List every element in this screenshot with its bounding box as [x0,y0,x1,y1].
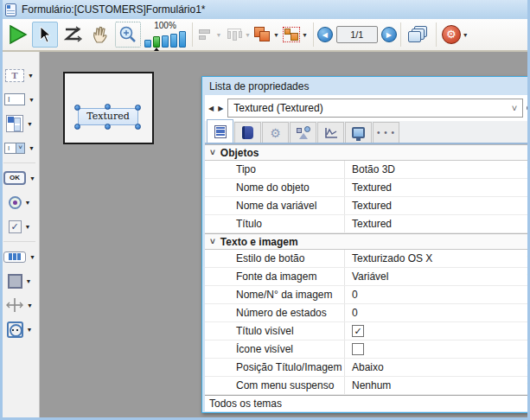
sidebar-item-radio-button[interactable]: ▼ [0,193,39,212]
chevron-down-icon[interactable]: ▼ [29,145,35,151]
property-row[interactable]: Nome/N° da imagem0 [205,286,530,304]
tab-properties-list[interactable] [207,119,233,143]
sidebar-item-rectangle[interactable]: ▼ [0,271,39,290]
level-dropdown-arrow[interactable]: ▼ [273,32,279,38]
settings-button[interactable]: ⚙ ▼ [441,22,469,48]
sidebar-item-combo-box[interactable]: I▼ [0,138,39,157]
pointer-tool-button[interactable] [32,22,58,48]
property-section-header[interactable]: ˅Texto e imagem [205,233,530,250]
form-page[interactable]: Textured [63,72,154,144]
chevron-down-icon[interactable]: ▼ [25,200,31,206]
object-selector-dropdown[interactable]: Textured (Textured) ˅ [227,99,523,118]
property-row[interactable]: Ícone visível [205,340,530,359]
sidebar-item-input[interactable]: I▼ [0,90,39,109]
property-value-dropdown[interactable]: Variável˅ [344,268,530,285]
property-value-checkbox[interactable]: ✓ [344,322,530,340]
property-row[interactable]: Fonte da imagemVariável˅ [205,268,530,286]
group-dropdown-arrow[interactable]: ▼ [302,32,308,38]
previous-page-button[interactable]: ◀ [317,27,333,42]
move-tool-button[interactable] [87,22,113,48]
property-row[interactable]: Título visível✓ [205,322,530,340]
form-pages-button[interactable] [405,22,431,48]
chevron-down-icon[interactable]: ▼ [29,175,35,181]
sidebar-item-list-box[interactable]: ▼ [0,114,39,133]
tab-display[interactable] [345,122,372,143]
property-row[interactable]: TipoBotão 3D˅ [205,161,530,179]
selection-handle[interactable] [135,105,141,111]
entry-order-tool-button[interactable] [60,22,86,48]
settings-dropdown-arrow[interactable]: ▼ [463,32,469,38]
selection-handle[interactable] [105,124,111,130]
sidebar-item-button-grid[interactable]: ▼ [0,247,39,266]
property-value-dropdown[interactable]: Texturizado OS X˅ [344,250,530,267]
form-canvas[interactable]: Textured Lista de propriedades x ◀ ▶ [41,52,530,417]
property-value-text[interactable]: Textured [344,215,530,232]
run-form-button[interactable] [4,22,30,48]
property-value-checkbox[interactable] [344,340,530,358]
group-tool-button[interactable]: ▼ [282,22,309,48]
property-value-text[interactable]: 0 [344,286,530,303]
tab-settings[interactable]: ⚙ [262,122,289,143]
panel-bottom-frame [202,411,530,412]
selected-object-label: Textured (Textured) [233,102,322,114]
property-value-text[interactable]: Textured [344,179,530,196]
chevron-down-icon[interactable]: ˅ [527,380,530,391]
sidebar-item-splitter[interactable]: ▼ [0,296,39,315]
level-tool-button[interactable]: ▼ [253,22,280,48]
chevron-down-icon[interactable]: ▼ [28,73,34,79]
property-row[interactable]: Posição Título/ImagemAbaixo˅ [205,359,530,377]
next-page-button[interactable]: ▶ [381,27,397,42]
zoom-bar-800[interactable] [179,31,186,48]
chevron-down-icon[interactable]: ▼ [27,121,33,127]
checkbox-checked-icon[interactable]: ✓ [352,325,364,337]
zoom-bar-200[interactable] [162,35,169,48]
chevron-down-icon[interactable]: ˅ [527,253,530,264]
theme-filter-bar[interactable]: Todos os temas [205,395,530,411]
view-options-button[interactable]: ▼ [527,103,530,113]
tab-database[interactable] [234,122,261,143]
property-row[interactable]: Com menu suspensoNenhum˅ [205,377,530,395]
next-object-button[interactable]: ▶ [218,105,224,112]
selection-handle[interactable] [74,105,80,111]
property-value-dropdown[interactable]: Abaixo˅ [344,359,530,376]
property-value-dropdown[interactable]: Nenhum˅ [344,377,530,394]
chevron-down-icon[interactable]: ▼ [25,224,31,230]
tab-more[interactable]: • • • [373,122,399,143]
checkbox-unchecked-icon[interactable] [352,343,364,355]
tab-events[interactable] [317,122,344,143]
chevron-down-icon[interactable]: ▼ [27,302,33,309]
zoom-bar-400[interactable] [170,34,177,48]
chevron-down-icon[interactable]: ˅ [527,362,530,372]
zoom-tool-button[interactable] [115,22,141,48]
property-row[interactable]: Número de estados0 [205,304,530,322]
property-row[interactable]: Nome da variávelTextured [205,197,530,215]
property-value-dropdown[interactable]: Botão 3D˅ [344,161,530,178]
selection-handle[interactable] [135,124,141,130]
chevron-down-icon[interactable]: ˅ [527,164,530,175]
sidebar-item-checkbox[interactable]: ✓▼ [0,217,39,236]
property-value-text[interactable]: 0 [344,304,530,321]
collapse-icon[interactable]: ˅ [210,148,215,157]
panel-titlebar[interactable]: Lista de propriedades x [202,77,530,95]
selection-handle[interactable] [105,104,111,110]
chevron-down-icon[interactable]: ▼ [29,97,35,103]
chevron-down-icon[interactable]: ▼ [29,254,35,260]
zoom-bar-50[interactable] [144,40,151,48]
property-value-text[interactable]: Textured [344,197,530,214]
tab-objects[interactable] [290,122,316,143]
property-row[interactable]: Nome do objetoTextured [205,179,530,197]
property-section-header[interactable]: ˅Objetos [205,144,530,161]
selection-handle[interactable] [74,124,80,130]
sidebar-item-plug-in-area[interactable]: ▼ [0,320,39,339]
zoom-bar-100-current[interactable] [153,36,160,48]
chevron-down-icon[interactable]: ▼ [26,278,32,284]
collapse-icon[interactable]: ˅ [210,237,215,246]
chevron-down-icon[interactable]: ˅ [527,271,530,282]
form-object-button[interactable]: Textured [78,108,138,125]
property-row[interactable]: TítuloTextured [205,215,530,233]
sidebar-item-text[interactable]: T▼ [0,66,39,85]
chevron-down-icon[interactable]: ▼ [27,327,33,333]
prev-object-button[interactable]: ◀ [208,105,214,112]
property-row[interactable]: Estilo de botãoTexturizado OS X˅ [205,250,530,268]
sidebar-item-button[interactable]: OK▼ [0,169,39,188]
